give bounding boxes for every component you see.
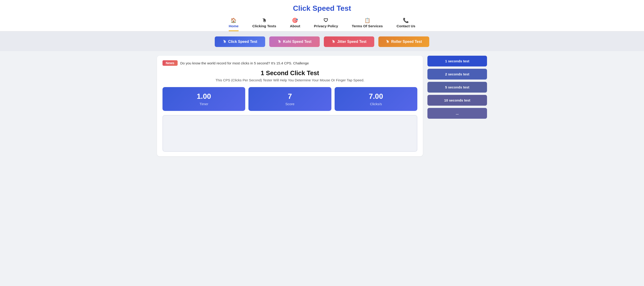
- left-panel: News Do you know the world record for mo…: [157, 56, 423, 156]
- about-icon: 🎯: [292, 18, 298, 23]
- stat-value-2: 7.00: [337, 92, 415, 100]
- home-icon: 🏠: [230, 18, 236, 23]
- privacy-icon: 🛡: [324, 18, 328, 23]
- stat-label-2: Clicks/s: [337, 102, 415, 106]
- click-area[interactable]: [162, 115, 417, 152]
- clicking-icon: 🖱: [262, 18, 267, 23]
- sidebar-item-clicking[interactable]: 🖱Clicking Tests: [252, 18, 276, 31]
- news-text: Do you know the world record for most cl…: [180, 61, 309, 65]
- sidebar-item-contact[interactable]: 📞Contact Us: [396, 18, 415, 31]
- click-speed-button[interactable]: 🖱 Click Speed Test: [215, 36, 265, 47]
- nav-label-privacy: Privacy Policy: [314, 24, 338, 28]
- test-title: 1 Second Click Test: [162, 70, 417, 77]
- sidebar-item-privacy[interactable]: 🛡Privacy Policy: [314, 18, 338, 31]
- contact-icon: 📞: [403, 18, 409, 23]
- main-nav: 🏠Home🖱Clicking Tests🎯About🛡Privacy Polic…: [0, 15, 644, 31]
- jitter-mouse-icon: 🖱: [332, 40, 335, 44]
- kohi-speed-label: Kohi Speed Test: [283, 40, 312, 44]
- kohi-mouse-icon: 🖱: [278, 40, 281, 44]
- duration-button-d1[interactable]: 1 seconds test: [428, 56, 487, 66]
- nav-label-terms: Terms Of Services: [352, 24, 383, 28]
- stat-card-score: 7Score: [248, 87, 331, 111]
- stat-label-1: Score: [251, 102, 329, 106]
- stat-value-1: 7: [251, 92, 329, 100]
- duration-button-dmore[interactable]: ...: [428, 108, 487, 119]
- news-badge: News: [162, 60, 178, 66]
- test-subtitle: This CPS (Clicks Per Second) Tester Will…: [162, 78, 417, 82]
- duration-button-d5[interactable]: 5 seconds test: [428, 82, 487, 92]
- main-content: News Do you know the world record for mo…: [150, 51, 494, 161]
- site-header: Click Speed Test 🏠Home🖱Clicking Tests🎯Ab…: [0, 0, 644, 32]
- duration-button-d10[interactable]: 10 seconds test: [428, 95, 487, 106]
- roller-speed-label: Roller Speed Test: [391, 40, 422, 44]
- jitter-speed-button[interactable]: 🖱 Jitter Speed Test: [324, 36, 374, 47]
- duration-button-d2[interactable]: 2 seconds test: [428, 69, 487, 80]
- terms-icon: 📋: [364, 18, 370, 23]
- nav-label-home: Home: [229, 24, 238, 28]
- kohi-speed-button[interactable]: 🖱 Kohi Speed Test: [269, 36, 320, 47]
- sidebar-item-terms[interactable]: 📋Terms Of Services: [352, 18, 383, 31]
- click-speed-label: Click Speed Test: [228, 40, 257, 44]
- right-panel: 1 seconds test2 seconds test5 seconds te…: [428, 56, 487, 156]
- roller-speed-button[interactable]: 🖱 Roller Speed Test: [378, 36, 429, 47]
- stat-label-0: Timer: [165, 102, 243, 106]
- sidebar-item-about[interactable]: 🎯About: [290, 18, 300, 31]
- roller-mouse-icon: 🖱: [386, 40, 390, 44]
- click-mouse-icon: 🖱: [223, 40, 226, 44]
- speed-test-row: 🖱 Click Speed Test🖱 Kohi Speed Test🖱 Jit…: [0, 32, 644, 51]
- nav-label-about: About: [290, 24, 300, 28]
- site-title: Click Speed Test: [0, 4, 644, 12]
- stat-card-timer: 1.00Timer: [162, 87, 245, 111]
- stat-card-clicks/s: 7.00Clicks/s: [334, 87, 417, 111]
- nav-label-clicking: Clicking Tests: [252, 24, 276, 28]
- stats-row: 1.00Timer7Score7.00Clicks/s: [162, 87, 417, 111]
- jitter-speed-label: Jitter Speed Test: [337, 40, 366, 44]
- stat-value-0: 1.00: [165, 92, 243, 100]
- nav-label-contact: Contact Us: [396, 24, 415, 28]
- sidebar-item-home[interactable]: 🏠Home: [229, 18, 238, 31]
- news-bar: News Do you know the world record for mo…: [162, 60, 417, 66]
